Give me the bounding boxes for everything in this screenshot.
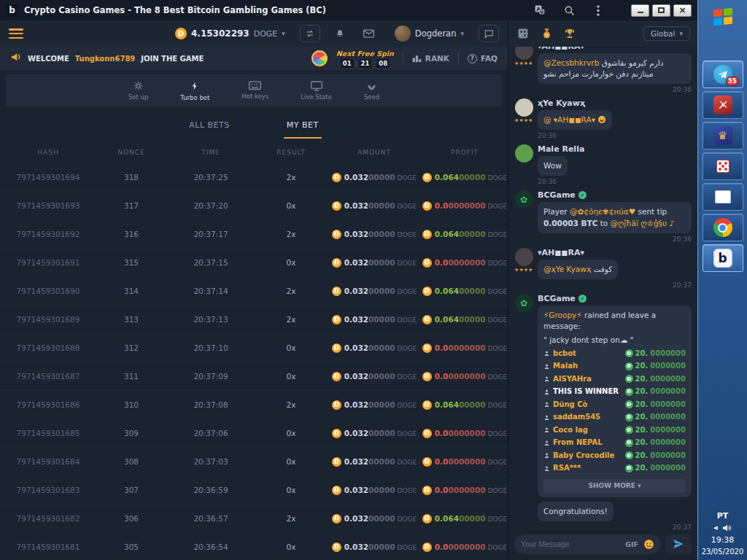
medal-icon[interactable] [539,26,554,41]
rank-link[interactable]: RANK [412,54,449,63]
bell-icon[interactable] [330,26,349,42]
message-input-box[interactable]: GIF [514,534,661,554]
taskbar-game-red[interactable] [703,91,743,119]
winner-name[interactable]: Coco lag [553,425,622,436]
avatar-column [514,144,533,185]
taskbar-crown-app[interactable]: ♛ [703,122,743,149]
minimize-button[interactable] [631,4,649,17]
chat-messages[interactable]: ★★★★@Btcmagnifier پشت سیستم نشسته راحت گ… [508,47,697,534]
chat-username[interactable]: ▾AH◼◼RA▾ [538,248,692,257]
winner-amount: Đ20.0000000 [625,361,686,372]
volume-icon[interactable] [722,524,732,532]
trophy-icon[interactable] [562,26,577,41]
table-row[interactable]: 7971459301682 306 20:36:57 2x Đ 0.032000… [0,505,508,533]
setting-live-state[interactable]: Live State [301,81,332,101]
winner-name[interactable]: Baby Crocodile [553,451,622,462]
table-row[interactable]: 7971459301687 311 20:37:09 0x Đ 0.032000… [0,362,508,391]
user-avatar[interactable]: ✿ [515,294,533,312]
user-mention[interactable]: ⚡Groopy⚡ [543,311,582,319]
user-mention[interactable]: @ҳYe Kyawҳ [543,265,591,273]
translate-icon[interactable]: Aa [533,4,546,17]
chat-username[interactable]: BCGame✓ [538,190,692,200]
table-row[interactable]: 7971459301688 312 20:37:10 0x Đ 0.032000… [0,334,508,362]
bet-nonce: 315 [96,258,166,267]
setting-hot-keys[interactable]: Hot keys [241,81,268,100]
chat-username[interactable]: ▾AH◼◼RA▾ [538,47,692,51]
table-row[interactable]: 7971459301694 318 20:37:25 2x Đ 0.032000… [0,163,508,192]
chat-username[interactable]: Male Rella [538,144,692,154]
winner-name[interactable]: saddam545 [553,412,622,423]
setting-turbo-bet[interactable]: Turbo bet [180,80,209,101]
next-free-spin-label[interactable]: Next Free Spin [336,50,394,58]
close-button[interactable]: × [673,4,692,17]
user-mention[interactable]: @✿¢ôηє✾¢нúα♥ [570,207,635,216]
table-row[interactable]: 7971459301692 316 20:37:17 2x Đ 0.032000… [0,220,508,249]
table-row[interactable]: 7971459301689 313 20:37:13 2x Đ 0.032000… [0,306,508,334]
menu-dots-icon[interactable] [592,4,605,17]
user-avatar[interactable] [515,144,533,163]
clock[interactable]: 19:38 [711,535,735,545]
user-mention[interactable]: @ღĵħäĩ ღ♔ĝ§ʋ ♪ [611,219,675,228]
table-row[interactable]: 7971459301691 315 20:37:15 0x Đ 0.032000… [0,249,508,277]
chat-username[interactable]: ҳYe Kyawҳ [538,98,692,108]
winner-name[interactable]: Malah [553,361,622,372]
table-row[interactable]: 7971459301684 308 20:37:03 0x Đ 0.032000… [0,448,508,476]
tab-all-bets[interactable]: ALL BETS [186,110,232,139]
taskbar-telegram[interactable]: 55 [703,61,743,88]
tab-my-bet[interactable]: MY BET [284,110,322,139]
avatar-column: ★★★★ [514,47,533,93]
setting-seed[interactable]: Seed [364,80,379,101]
table-row[interactable]: 7971459301685 309 20:37:06 0x Đ 0.032000… [0,419,508,448]
chat-channel-select[interactable]: Global ▾ [643,26,690,41]
user-avatar[interactable] [515,98,533,117]
user-mention[interactable]: @Zecsbhkrvrb [543,58,599,67]
bet-hash: 7971459301693 [0,201,96,210]
user-avatar[interactable]: ✿ [515,190,533,209]
winner-name[interactable]: RSA*** [553,463,622,474]
chat-username[interactable]: BCGame✓ [538,294,692,303]
welcome-username[interactable]: Tungkonn6789 [75,55,135,63]
swap-icon[interactable] [300,25,320,42]
taskbar-window-app[interactable] [703,183,743,211]
bet-nonce: 317 [96,201,166,210]
table-row[interactable]: 7971459301681 305 20:36:54 0x Đ 0.032000… [0,533,508,560]
show-more-button[interactable]: SHOW MORE ▾ [543,479,686,493]
start-button[interactable] [703,4,743,30]
setting-set-up[interactable]: Set up [128,80,148,101]
hidden-icons-arrow[interactable]: ◀ [713,525,717,531]
language-indicator[interactable]: PT [717,511,729,521]
table-row[interactable]: 7971459301690 314 20:37:14 2x Đ 0.032000… [0,277,508,306]
user-mention[interactable]: @ ▾AH◼◼RA▾ [543,115,597,124]
winner-name[interactable]: AISYAHra [553,374,622,385]
user-avatar[interactable] [515,248,533,266]
taskbar-bc-app[interactable]: b [703,244,743,272]
winner-name[interactable]: THIS IS WINNER [553,386,622,397]
message-input[interactable] [521,540,620,548]
search-icon[interactable] [562,4,576,17]
rain-winner-row: From NEPALĐ20.0000000 [543,438,686,448]
chat-toggle-icon[interactable] [479,25,499,42]
mail-icon[interactable] [360,26,379,42]
spin-wheel-icon[interactable] [311,50,328,66]
hamburger-menu-icon[interactable] [9,28,23,39]
winner-name[interactable]: bcbot [553,349,622,359]
winner-name[interactable]: From NEPAL [553,438,622,448]
maximize-button[interactable] [652,4,670,17]
taskbar-dice-app[interactable] [703,152,743,180]
crown-icon: ♛ [713,126,732,145]
faq-link[interactable]: ? FAQ [468,54,498,63]
winner-name[interactable]: Dũng Cò [553,400,622,411]
send-button[interactable] [665,534,692,554]
user-avatar[interactable] [515,47,533,60]
dice-icon[interactable] [516,26,530,41]
header-time: TIME [166,149,255,156]
user-menu[interactable]: Dogderan ▾ [395,26,464,42]
balance-dropdown[interactable]: Đ 4.15302293 DOGE ▾ [175,28,285,39]
gif-button[interactable]: GIF [625,540,638,548]
table-row[interactable]: 7971459301693 317 20:37:20 0x Đ 0.032000… [0,192,508,220]
emoji-button[interactable] [643,539,654,550]
table-row[interactable]: 7971459301686 310 20:37:08 2x Đ 0.032000… [0,391,508,419]
table-row[interactable]: 7971459301683 307 20:36:59 0x Đ 0.032000… [0,476,508,505]
date[interactable]: 23/05/2020 [702,548,744,556]
taskbar-chrome[interactable] [703,214,743,241]
